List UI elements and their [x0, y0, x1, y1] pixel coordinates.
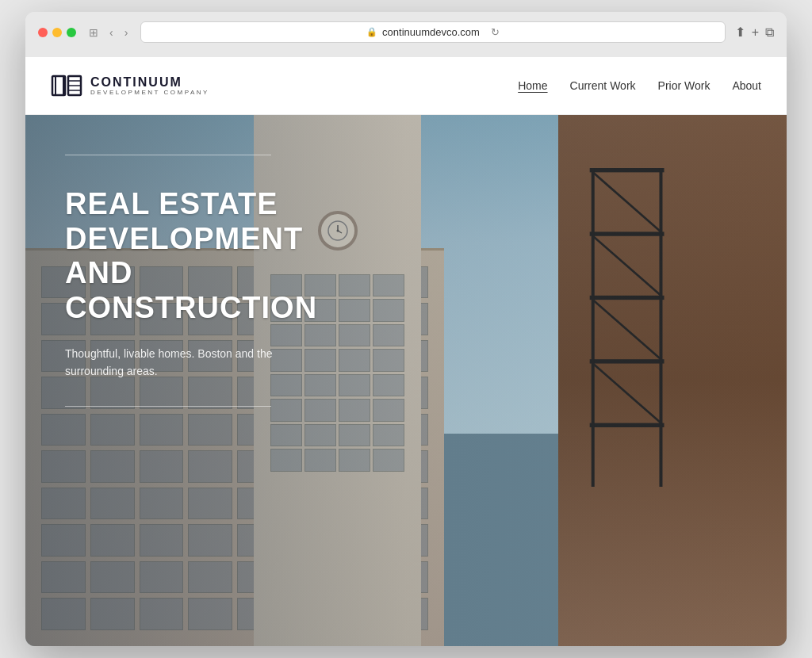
minimize-button[interactable] [52, 28, 62, 37]
new-tab-button[interactable]: + [752, 25, 759, 40]
site-navigation: CONTINUUM DEVELOPMENT COMPANY Home Curre… [25, 57, 787, 115]
reload-button[interactable]: ↻ [491, 26, 500, 38]
browser-actions: ⬆ + ⧉ [735, 25, 774, 40]
website-content: CONTINUUM DEVELOPMENT COMPANY Home Curre… [25, 57, 787, 646]
share-icon[interactable]: ⬆ [735, 25, 745, 40]
hero-content: REAL ESTATE DEVELOPMENT AND CONSTRUCTION… [25, 115, 390, 446]
traffic-lights [38, 28, 76, 37]
hero-top-line [65, 155, 271, 155]
nav-about[interactable]: About [732, 79, 761, 92]
hero-title: REAL ESTATE DEVELOPMENT AND CONSTRUCTION [65, 187, 350, 326]
address-bar[interactable]: 🔒 continuumdevco.com ↻ [140, 21, 725, 43]
back-button[interactable]: ‹ [106, 25, 117, 40]
nav-home[interactable]: Home [518, 79, 547, 92]
forward-button[interactable]: › [121, 25, 132, 40]
sidebar-toggle-icon[interactable]: ⊞ [86, 25, 102, 40]
browser-window: ⊞ ‹ › 🔒 continuumdevco.com ↻ ⬆ + ⧉ [25, 12, 787, 646]
windows-button[interactable]: ⧉ [765, 25, 774, 40]
logo-area: CONTINUUM DEVELOPMENT COMPANY [51, 70, 209, 101]
logo-subtitle: DEVELOPMENT COMPANY [90, 89, 209, 96]
url-text: continuumdevco.com [382, 26, 480, 38]
lock-icon: 🔒 [366, 27, 377, 37]
hero-section: REAL ESTATE DEVELOPMENT AND CONSTRUCTION… [25, 115, 787, 646]
browser-toolbar: ⊞ ‹ › 🔒 continuumdevco.com ↻ ⬆ + ⧉ [38, 21, 774, 43]
svg-rect-1 [56, 76, 63, 95]
logo-icon [51, 70, 82, 101]
browser-controls: ⊞ ‹ › [86, 25, 131, 40]
nav-prior-work[interactable]: Prior Work [658, 79, 710, 92]
nav-current-work[interactable]: Current Work [570, 79, 636, 92]
maximize-button[interactable] [67, 28, 76, 37]
browser-chrome: ⊞ ‹ › 🔒 continuumdevco.com ↻ ⬆ + ⧉ [25, 12, 787, 57]
hero-subtitle: Thoughtful, livable homes. Boston and th… [65, 345, 303, 381]
logo-text: CONTINUUM DEVELOPMENT COMPANY [90, 75, 209, 97]
close-button[interactable] [38, 28, 48, 37]
logo-name: CONTINUUM [90, 75, 209, 90]
nav-links: Home Current Work Prior Work About [518, 79, 761, 92]
hero-bottom-line [65, 406, 271, 407]
browser-tab-bar [38, 49, 774, 57]
